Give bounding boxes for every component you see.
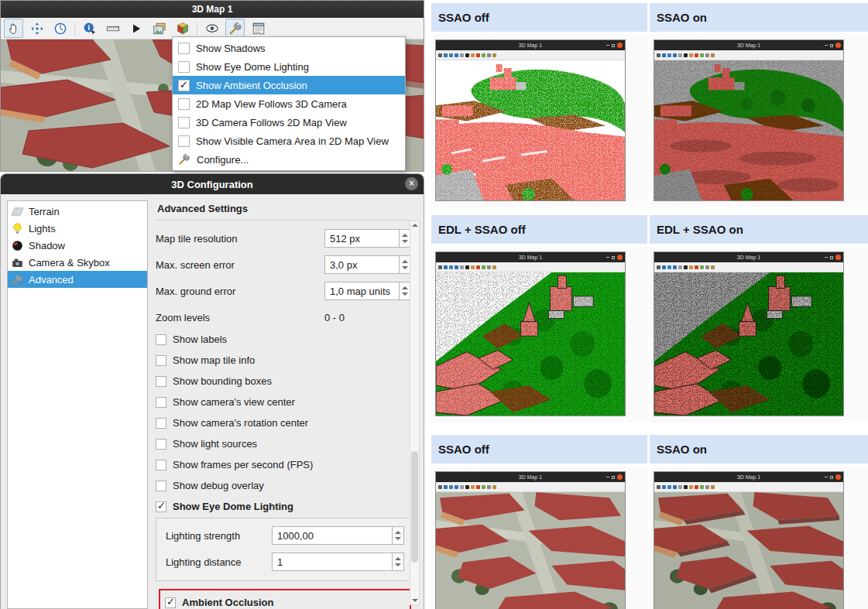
checkbox-unchecked[interactable] xyxy=(178,43,190,54)
checkbox-show-eye-dome-lighting[interactable]: Show Eye Dome Lighting xyxy=(156,498,411,515)
menu-item-3d-follows-2d[interactable]: 3D Camera Follows 2D Map View xyxy=(173,113,405,132)
checkbox-checked[interactable] xyxy=(165,597,176,608)
comparison-header: EDL + SSAO on xyxy=(650,215,868,244)
config-dialog: 3D Configuration × Terrain Lights Shadow xyxy=(0,173,424,609)
spinbox-arrows[interactable] xyxy=(392,526,404,545)
spinbox-value[interactable]: 1000,00 xyxy=(272,526,392,545)
camera-view-button[interactable] xyxy=(202,19,221,38)
sidebar-item-terrain[interactable]: Terrain xyxy=(8,203,147,220)
sidebar-item-lights[interactable]: Lights xyxy=(8,220,147,237)
set-view-angle-button[interactable] xyxy=(50,19,70,38)
checkbox-unchecked[interactable] xyxy=(156,418,166,429)
checkbox-show-map-tile-info[interactable]: Show map tile info xyxy=(156,352,411,368)
export-3d-scene-button[interactable] xyxy=(173,19,192,38)
spinbox-value[interactable]: 3,0 px xyxy=(324,255,399,274)
lighting-strength-spinbox[interactable]: 1000,00 xyxy=(272,526,404,545)
checkbox-unchecked[interactable] xyxy=(156,355,166,366)
mini-window-buttons xyxy=(825,40,841,50)
mini-map-window: 3D Map 1 xyxy=(435,471,626,609)
menu-item-show-visible-camera-area[interactable]: Show Visible Camera Area in 2D Map View xyxy=(173,132,405,150)
config-sidebar: Terrain Lights Shadow Camera & Skybox Ad… xyxy=(7,200,148,609)
close-icon xyxy=(617,474,623,480)
camera-pan-button[interactable] xyxy=(4,19,23,38)
shadow-sphere-icon xyxy=(11,239,24,252)
effects-wrench-button[interactable] xyxy=(225,19,245,38)
menu-item-configure[interactable]: Configure... xyxy=(173,150,405,169)
scroll-up-arrow[interactable] xyxy=(412,224,418,227)
menu-item-label: 3D Camera Follows 2D Map View xyxy=(196,117,347,128)
comparison-header: SSAO off xyxy=(431,435,647,464)
max-screen-error-spinbox[interactable]: 3,0 px xyxy=(324,255,411,274)
menu-item-show-eye-dome-lighting[interactable]: Show Eye Dome Lighting xyxy=(173,57,405,76)
lighting-distance-spinbox[interactable]: 1 xyxy=(272,553,404,571)
menu-item-2d-follows-3d[interactable]: 2D Map View Follows 3D Camera xyxy=(173,94,405,113)
checkbox-show-fps[interactable]: Show frames per second (FPS) xyxy=(156,457,411,473)
field-label: Zoom levels xyxy=(156,312,324,323)
checkbox-unchecked[interactable] xyxy=(178,98,190,110)
menu-item-label: Show Visible Camera Area in 2D Map View xyxy=(196,135,389,147)
spinbox-value[interactable]: 512 px xyxy=(324,229,399,248)
checkbox-unchecked[interactable] xyxy=(156,397,166,408)
checkbox-checked[interactable] xyxy=(178,80,190,91)
map-window-title: 3D Map 1 xyxy=(192,4,233,15)
spinbox-value[interactable]: 1,0 map units xyxy=(324,282,399,300)
close-icon[interactable]: × xyxy=(405,177,418,190)
spinbox-value[interactable]: 1 xyxy=(272,553,392,571)
identify-button[interactable] xyxy=(80,19,99,38)
checkbox-unchecked[interactable] xyxy=(178,117,190,128)
menu-item-show-shadows[interactable]: Show Shadows xyxy=(173,39,405,57)
checkbox-show-bounding-boxes[interactable]: Show bounding boxes xyxy=(156,373,411,389)
sidebar-item-shadow[interactable]: Shadow xyxy=(8,237,147,254)
maximize-icon xyxy=(830,256,833,259)
mini-window-buttons xyxy=(606,252,623,262)
checkbox-label: Show frames per second (FPS) xyxy=(173,459,313,470)
checkbox-show-light-sources[interactable]: Show light sources xyxy=(156,436,411,452)
map-tile-resolution-spinbox[interactable]: 512 px xyxy=(324,229,411,248)
comparison-image-cell: 3D Map 1 xyxy=(431,467,647,609)
checkbox-checked[interactable] xyxy=(156,501,166,512)
sidebar-item-advanced[interactable]: Advanced xyxy=(8,271,147,288)
mini-toolbar xyxy=(654,50,843,60)
mini-toolbar xyxy=(436,50,625,60)
dialog-scrollbar[interactable] xyxy=(410,221,420,605)
scrollbar-thumb[interactable] xyxy=(411,451,418,563)
measure-button[interactable] xyxy=(103,19,122,38)
config-dialog-titlebar[interactable]: 3D Configuration × xyxy=(1,174,424,194)
menu-item-show-ambient-occlusion[interactable]: Show Ambient Occlusion xyxy=(173,76,405,94)
menu-item-label: Configure... xyxy=(197,154,249,166)
checkbox-unchecked[interactable] xyxy=(156,376,166,387)
close-icon xyxy=(617,43,623,48)
spinbox-arrows[interactable] xyxy=(392,553,404,571)
checkbox-unchecked[interactable] xyxy=(178,61,190,73)
camera-icon xyxy=(11,256,24,269)
sidebar-item-camera-skybox[interactable]: Camera & Skybox xyxy=(8,254,147,271)
checkbox-label: Show map tile info xyxy=(173,354,255,366)
checkbox-unchecked[interactable] xyxy=(156,481,166,491)
checkbox-unchecked[interactable] xyxy=(156,334,166,345)
field-zoom-levels: Zoom levels 0 - 0 xyxy=(156,308,411,327)
max-ground-error-spinbox[interactable]: 1,0 map units xyxy=(324,282,411,300)
checkbox-unchecked[interactable] xyxy=(156,439,166,450)
save-image-button[interactable] xyxy=(149,19,169,38)
checkbox-unchecked[interactable] xyxy=(178,135,190,147)
checkbox-unchecked[interactable] xyxy=(156,460,166,470)
mini-map-window: 3D Map 1 xyxy=(435,251,626,416)
menu-item-label: Show Eye Dome Lighting xyxy=(196,61,309,73)
mini-toolbar xyxy=(436,482,625,492)
field-label: Lighting strength xyxy=(166,530,272,542)
checkbox-show-camera-rotation-center[interactable]: Show camera's rotation center xyxy=(156,415,411,431)
comparison-grid: SSAO off SSAO on 3D Map 1 xyxy=(431,0,868,609)
map-window-titlebar[interactable]: 3D Map 1 xyxy=(1,1,424,18)
comparison-image-cell: 3D Map 1 xyxy=(650,467,868,609)
checkbox-show-camera-view-center[interactable]: Show camera's view center xyxy=(156,394,411,410)
comparison-section-2: EDL + SSAO off EDL + SSAO on 3D Map 1 xyxy=(431,215,868,423)
checkbox-ambient-occlusion[interactable]: Ambient Occlusion xyxy=(165,594,405,609)
checkbox-show-labels[interactable]: Show labels xyxy=(156,331,411,347)
camera-control-button[interactable] xyxy=(27,19,46,38)
animations-button[interactable] xyxy=(126,19,146,38)
checkbox-show-debug-overlay[interactable]: Show debug overlay xyxy=(156,477,411,494)
show-legend-button[interactable] xyxy=(249,19,268,38)
scene-city-ssao-on xyxy=(654,492,843,609)
heading-divider xyxy=(156,220,411,221)
scroll-down-arrow[interactable] xyxy=(412,599,418,602)
